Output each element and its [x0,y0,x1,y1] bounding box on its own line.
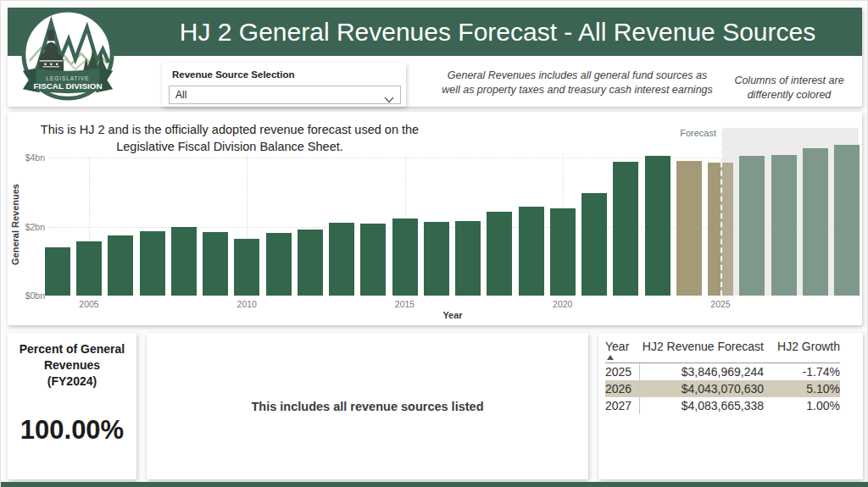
table-row-2025[interactable]: 2025$3,846,969,244-1.74% [605,363,840,381]
forecast-divider-line [721,128,722,296]
description-text: This includes all revenue sources listed [147,333,588,479]
chevron-down-icon[interactable] [384,91,394,108]
y-tick-label: $4bn [8,152,45,163]
bar-2004[interactable] [45,247,70,296]
table-cell: -1.74% [764,363,840,381]
x-tick-label: 2020 [537,299,588,309]
x-tick-label: 2015 [380,299,431,309]
revenue-source-dropdown[interactable]: All [169,86,401,104]
kpi-value: 100.00% [8,415,136,445]
kpi-title: Percent of General Revenues (FY2024) [8,341,136,390]
slicer-label: Revenue Source Selection [172,69,294,80]
table-cell: $3,846,969,244 [639,363,764,381]
bar-2015[interactable] [392,219,418,296]
x-axis-title: Year [427,310,478,320]
bar-2021[interactable] [581,193,607,296]
bar-2008[interactable] [171,227,197,296]
table-cell: $4,083,665,338 [639,397,764,414]
table-row-2026[interactable]: 2026$4,043,070,6305.10% [605,380,840,397]
dashboard-page: HJ 2 General Revenues Forecast - All Rev… [0,0,868,487]
table-cell: 2026 [605,380,639,397]
ribbon-banner: LEGISLATIVE FISCAL DIVISION [23,68,113,93]
bar-2019[interactable] [519,207,544,296]
bar-2011[interactable] [266,233,292,296]
table-cell: $4,043,070,630 [639,380,764,397]
y-tick-label: $0bn [8,291,45,301]
table-cell: 2027 [605,397,639,414]
column-header-year[interactable]: Year [605,340,639,363]
bar-2024[interactable] [676,161,702,296]
bar-2007[interactable] [140,231,165,296]
table-cell: 1.00% [764,397,840,414]
bar-2017[interactable] [455,221,481,296]
bar-2020[interactable] [550,208,576,296]
bar-2009[interactable] [203,232,228,296]
bar-2023[interactable] [645,156,670,296]
footer-bar [1,482,868,487]
horizontal-gridline [48,158,859,158]
bar-2005[interactable] [76,241,102,296]
page-title: HJ 2 General Revenues Forecast - All Rev… [143,8,852,56]
bar-2016[interactable] [424,222,449,296]
header-section: HJ 2 General Revenues Forecast - All Rev… [8,8,862,107]
sort-ascending-icon [607,355,614,360]
table-row-2027[interactable]: 2027$4,083,665,3381.00% [605,397,840,414]
horizontal-gridline [48,227,859,228]
revenue-forecast-chart: This is HJ 2 and is the officially adopt… [8,112,862,325]
dropdown-selected-value: All [175,89,186,101]
bar-2012[interactable] [298,230,323,296]
x-tick-label: 2010 [221,299,272,309]
header: HJ 2 General Revenues Forecast - All Rev… [8,8,862,56]
y-axis-title: General Revenues [10,169,20,279]
bar-2014[interactable] [360,224,386,296]
logo-text-fiscal-division: FISCAL DIVISION [33,81,102,91]
logo-text-legislative: LEGISLATIVE [46,75,89,81]
column-header-growth[interactable]: HJ2 Growth [764,340,840,363]
bar-2029[interactable] [834,145,860,296]
column-header-forecast[interactable]: HJ2 Revenue Forecast [639,340,764,363]
hj2-forecast-table: Year HJ2 Revenue Forecast HJ2 Growth 202… [605,340,840,414]
x-tick-label: 2025 [695,299,746,309]
revenue-source-slicer: Revenue Source Selection All [162,63,406,107]
bar-2013[interactable] [329,223,354,296]
bar-2018[interactable] [487,212,512,296]
forecast-table-body: 2025$3,846,969,244-1.74%2026$4,043,070,6… [605,363,840,415]
bar-2010[interactable] [234,239,259,296]
x-tick-label: 2005 [64,299,114,309]
bar-2026[interactable] [739,156,765,296]
percent-of-general-revenues-card: Percent of General Revenues (FY2024) 100… [8,333,136,479]
forecast-label: Forecast [632,128,716,138]
note-columns-of-interest: Columns of interest are differently colo… [726,74,853,102]
hj2-forecast-table-card: Year HJ2 Revenue Forecast HJ2 Growth 202… [598,333,863,479]
legislative-fiscal-division-logo: LEGISLATIVE FISCAL DIVISION [18,6,118,106]
bar-2027[interactable] [771,155,797,296]
bar-2028[interactable] [803,148,828,296]
table-cell: 2025 [605,363,639,381]
description-card: This includes all revenue sources listed [147,333,588,479]
chart-annotation: This is HJ 2 and is the officially adopt… [18,122,442,155]
note-general-revenues: General Revenues includes all general fu… [437,69,717,97]
bar-2022[interactable] [613,162,638,296]
bar-2006[interactable] [108,235,133,296]
table-cell: 5.10% [764,380,840,397]
